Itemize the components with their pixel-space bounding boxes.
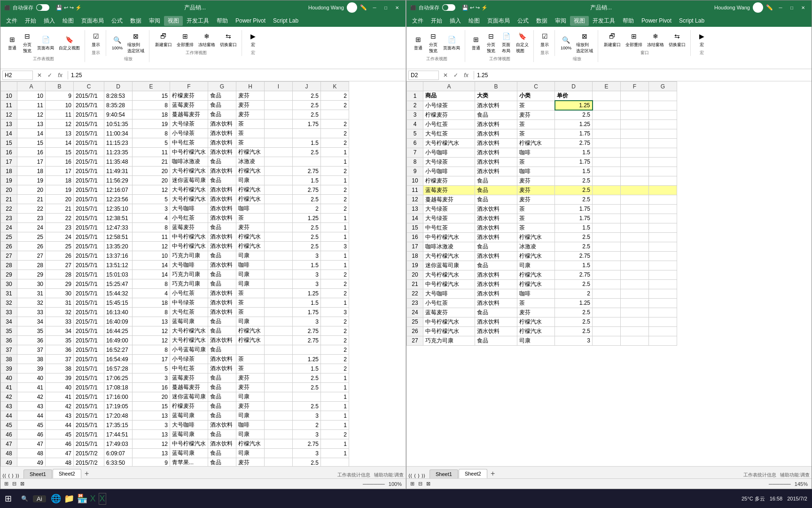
left-ribbon-btn-zoomsel[interactable]: ⊠ 缩放到选定区域 [125,30,146,55]
right-cell[interactable]: 2.75 [555,270,593,279]
right-menu-powerpivot[interactable]: Power Pivot [638,16,675,25]
left-cell[interactable]: 麦芬 [236,110,265,119]
left-cell[interactable]: 20 [46,195,74,204]
taskbar-start-btn[interactable]: ⊞ [0,493,16,504]
left-cell[interactable] [265,242,293,251]
right-cell[interactable]: 2.5 [555,110,593,119]
left-cell[interactable] [265,326,293,336]
left-cell[interactable]: 12:35:10 [104,204,133,214]
left-cell[interactable]: 司康 [236,430,265,439]
left-cell[interactable]: 12 [133,439,170,449]
right-cell[interactable]: 酒水饮料 [475,148,517,157]
right-cell[interactable] [593,185,621,195]
left-cell[interactable]: 11:35:48 [104,157,133,167]
left-cell[interactable]: 30 [17,279,46,289]
left-cell[interactable]: 12:38:51 [104,214,133,223]
left-cell[interactable]: 2 [321,101,349,110]
left-cell[interactable]: 6:33:50 [104,458,133,467]
right-cell[interactable]: 茶 [517,214,555,223]
left-cell[interactable]: 麦芬 [236,458,265,467]
right-cell[interactable]: 茶 [517,223,555,232]
right-autosave-toggle[interactable] [442,4,455,11]
left-cell[interactable]: 2015/7/1 [74,392,104,402]
left-cell[interactable]: 22 [46,214,74,223]
left-cell[interactable] [265,308,293,317]
left-cell[interactable]: 15:45:15 [104,298,133,308]
right-cell[interactable]: 1.25 [555,298,593,308]
left-cell[interactable]: 17:20:48 [104,411,133,421]
right-cell[interactable]: 大号咖啡 [423,289,475,298]
left-cell[interactable]: 4 [133,289,170,298]
left-cell[interactable] [293,392,321,402]
left-cell[interactable] [265,355,293,364]
right-sheet-nav-next[interactable]: ⟩ [418,473,420,478]
left-cell[interactable]: 2 [293,421,321,430]
left-cell[interactable]: 食品 [208,373,236,383]
left-cell[interactable]: 3 [293,317,321,326]
left-cell[interactable]: 1.75 [293,119,321,129]
left-cell[interactable] [293,129,321,138]
right-cell[interactable]: 食品 [475,195,517,204]
left-cell[interactable]: 食品 [208,176,236,185]
left-cell[interactable]: 5 [133,195,170,204]
right-cell[interactable] [593,195,621,204]
left-sheet-nav-last[interactable]: ⟩⟩ [16,473,19,478]
left-cell[interactable]: 12 [46,119,74,129]
left-cell[interactable]: 酒水饮料 [208,242,236,251]
left-menu-data[interactable]: 数据 [126,16,145,26]
left-cell[interactable]: 2 [321,364,349,373]
right-ribbon-btn-zoomsel2[interactable]: ⊠ 缩放到选定区域 [574,30,595,55]
left-cell[interactable]: 38 [17,355,46,364]
right-cell[interactable] [649,242,677,251]
right-cell[interactable]: 1.75 [555,129,593,138]
left-cell[interactable]: 酒水饮料 [208,336,236,345]
right-cell[interactable]: 司康 [517,336,555,345]
left-cell[interactable]: 2015/7/1 [74,383,104,392]
left-cell[interactable]: 2015/7/1 [74,364,104,373]
left-cell[interactable]: 茶 [236,138,265,148]
left-cell[interactable]: 2015/7/1 [74,373,104,383]
right-cell[interactable] [621,110,649,119]
right-cell[interactable]: 柠檬麦芬 [423,176,475,185]
left-cell[interactable]: 2 [321,430,349,439]
left-cell[interactable]: 18 [46,176,74,185]
left-cell[interactable]: 柠檬汽水 [236,439,265,449]
left-cell[interactable] [265,298,293,308]
left-cell[interactable]: 30 [46,289,74,298]
left-cell[interactable]: 中号柠檬汽水 [170,439,208,449]
right-cell[interactable]: 柠檬汽水 [517,138,555,148]
left-cell[interactable] [265,261,293,270]
right-cell[interactable] [649,214,677,223]
left-cell[interactable]: 2015/7/1 [74,308,104,317]
right-cell[interactable]: 柠檬汽水 [517,232,555,242]
left-cell[interactable]: 9 [46,91,74,101]
left-cell[interactable]: 17 [133,355,170,364]
left-cell[interactable]: 司康 [236,279,265,289]
left-cell[interactable]: 2 [321,270,349,279]
right-cell[interactable]: 2.5 [555,242,593,251]
left-cell[interactable]: 2015/7/1 [74,261,104,270]
left-cell[interactable]: 13 [17,119,46,129]
left-cell[interactable]: 司康 [236,449,265,458]
left-cell[interactable]: 2015/7/1 [74,101,104,110]
left-cell[interactable]: 2 [321,279,349,289]
left-cell[interactable]: 14 [46,138,74,148]
left-menu-dev[interactable]: 开发工具 [183,16,213,26]
left-cell[interactable]: 37 [46,355,74,364]
left-cell[interactable]: 司康 [236,392,265,402]
left-cell[interactable]: 2 [321,345,349,355]
left-cell[interactable]: 麦芬 [236,91,265,101]
left-cell[interactable] [321,458,349,467]
left-ribbon-btn-pagelayout[interactable]: 📄 页面布局 [35,33,56,52]
left-cell[interactable] [265,185,293,195]
right-cell[interactable] [649,270,677,279]
left-cell[interactable]: 45 [17,421,46,430]
left-cell[interactable]: 23 [17,214,46,223]
right-cell[interactable] [621,176,649,185]
left-cell[interactable]: 1.5 [293,176,321,185]
left-cell[interactable]: 茶 [236,308,265,317]
left-cell[interactable]: 16:49:00 [104,336,133,345]
left-cell[interactable]: 39 [46,373,74,383]
left-cell[interactable]: 2015/7/1 [74,251,104,261]
left-cell[interactable]: 1 [321,232,349,242]
